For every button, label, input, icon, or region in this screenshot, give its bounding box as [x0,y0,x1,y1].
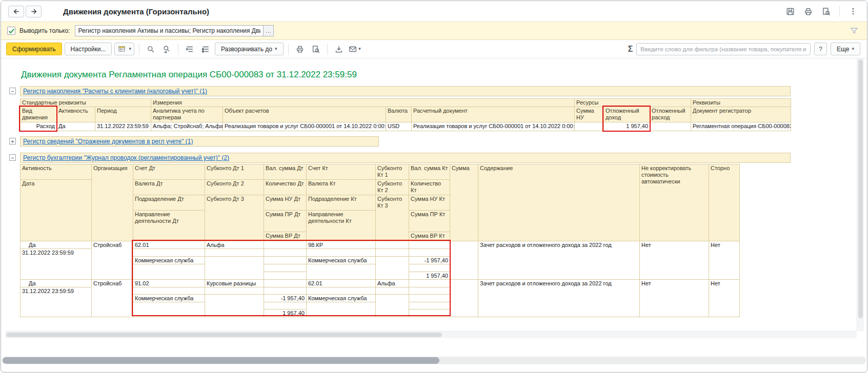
cell-partner-analytics[interactable]: Альфа; Стройснаб; Альфа [151,122,223,131]
cell-amount[interactable] [450,280,478,317]
export-report-button[interactable] [332,43,346,55]
empty-cell[interactable] [409,309,450,317]
empty-cell[interactable] [409,264,450,272]
cell-movement-type[interactable]: Расход [21,122,57,131]
cell-activity[interactable]: Да [21,241,92,249]
section2-expander[interactable]: + [9,138,16,144]
empty-cell[interactable] [409,295,450,302]
cell-amount-nu-kt[interactable]: -1 957,40 [409,257,450,264]
cell-account-kt[interactable]: 62.01 [307,280,376,287]
empty-cell[interactable] [307,302,376,317]
cell-division-kt[interactable]: Коммерческая служба [307,295,376,302]
cell-org[interactable]: Стройснаб [92,241,133,280]
cell-deferred-expense[interactable] [650,122,691,131]
empty-cell[interactable] [264,287,307,295]
empty-cell[interactable] [376,295,409,317]
collapse-levels-button[interactable] [183,43,196,55]
preview-report-button[interactable] [309,43,322,55]
cell-sub-dt1[interactable]: Курсовые разницы [205,280,264,287]
cell-no-adjust[interactable]: Нет [640,241,709,280]
form-scroll-thumb[interactable] [3,357,439,364]
empty-cell[interactable] [205,257,264,280]
cell-amount[interactable] [450,241,478,280]
report-vertical-scrollbar[interactable] [857,58,864,331]
cell-content[interactable]: Зачет расходов и отложенного дохода за 2… [478,280,640,317]
empty-cell[interactable] [264,280,307,287]
empty-cell[interactable] [133,264,205,280]
cell-currency[interactable]: USD [386,122,412,131]
empty-cell[interactable] [307,264,376,280]
empty-cell[interactable] [205,249,264,257]
empty-cell[interactable] [307,249,376,257]
cell-date[interactable]: 31.12.2022 23:59:59 [21,287,92,317]
empty-cell[interactable] [264,241,307,249]
cell-no-adjust[interactable]: Нет [640,280,709,317]
more-button[interactable]: Еще ▾ [831,43,860,55]
choose-registers-button[interactable]: ... [264,25,274,36]
cell-registrar[interactable]: Регламентная операция СБ00-000083 от [691,122,791,131]
empty-cell[interactable] [205,295,264,317]
report-horizontal-scrollbar[interactable] [5,331,857,338]
cell-amount-nu[interactable] [575,122,604,131]
section3-link[interactable]: Регистр бухгалтерии "Журнал проводок (ре… [23,154,229,161]
forward-button[interactable] [26,6,42,17]
cell-settlement-document[interactable]: Реализация товаров и услуг СБ00-000001 о… [412,122,575,131]
show-only-checkbox[interactable] [7,27,15,35]
cell-division-dt[interactable]: Коммерческая служба [133,295,205,302]
horizontal-scroll-thumb[interactable] [6,333,442,337]
settings-button[interactable]: Настройки... [65,43,112,55]
cell-date[interactable]: 31.12.2022 23:59:59 [21,249,92,280]
help-button[interactable]: ? [814,43,827,55]
empty-cell[interactable] [133,302,205,317]
cell-account-kt[interactable]: 98.КР [307,241,376,249]
cell-deferred-income[interactable]: 1 957,40 [604,122,650,131]
cell-sub-kt1[interactable]: Альфа [376,280,409,287]
empty-cell[interactable] [376,241,409,249]
cell-account-dt[interactable]: 62.01 [133,241,205,249]
print-preview-button[interactable] [819,5,833,17]
empty-cell[interactable] [409,241,450,249]
cell-active[interactable]: Да [57,122,95,131]
empty-cell[interactable] [264,264,307,272]
vertical-scroll-thumb[interactable] [858,59,863,318]
search-button[interactable] [144,43,157,55]
empty-cell[interactable] [409,287,450,295]
expand-levels-button[interactable] [199,43,212,55]
empty-cell[interactable] [264,302,307,309]
report-variants-button[interactable]: ▾ [114,43,134,55]
registers-filter-input[interactable] [75,25,264,36]
empty-cell[interactable] [307,287,376,295]
empty-cell[interactable] [264,249,307,257]
expand-to-button[interactable]: Разворачивать до ▾ [215,43,284,55]
save-button[interactable] [783,5,797,17]
empty-cell[interactable] [133,287,205,295]
cell-period[interactable]: 31.12.2022 23:59:59 [95,122,151,131]
cell-settlement-object[interactable]: Реализация товаров и услуг СБ00-000001 о… [223,122,386,131]
cell-amount-vr-dt[interactable]: 1 957,40 [264,309,307,317]
empty-cell[interactable] [133,249,205,257]
generate-button[interactable]: Сформировать [6,43,62,55]
empty-cell[interactable] [409,302,450,309]
section2-link[interactable]: Регистр сведений "Отражение документов в… [23,138,193,145]
print-button[interactable] [801,5,815,17]
cell-content[interactable]: Зачет расходов и отложенного дохода за 2… [478,241,640,280]
filter-funnel-button[interactable] [847,25,861,37]
empty-cell[interactable] [264,257,307,264]
cell-activity[interactable]: Да [21,280,92,287]
empty-cell[interactable] [376,287,409,295]
cell-division-dt[interactable]: Коммерческая служба [133,257,205,264]
cell-storno[interactable]: Нет [709,241,740,280]
cell-org[interactable]: Стройснаб [92,280,133,317]
search-next-button[interactable] [160,43,173,55]
send-email-button[interactable]: ▾ [348,43,361,55]
section3-expander[interactable]: − [9,154,16,161]
quick-filter-input[interactable] [636,43,811,55]
cell-storno[interactable]: Нет [709,280,740,317]
empty-cell[interactable] [409,280,450,287]
empty-cell[interactable] [264,272,307,280]
empty-cell[interactable] [376,257,409,280]
cell-amount-nu-dt[interactable]: -1 957,40 [264,295,307,302]
section1-expander[interactable]: − [9,88,16,94]
window-menu-button[interactable] [846,5,860,17]
section1-link[interactable]: Регистр накопления "Расчеты с клиентами … [23,88,207,95]
